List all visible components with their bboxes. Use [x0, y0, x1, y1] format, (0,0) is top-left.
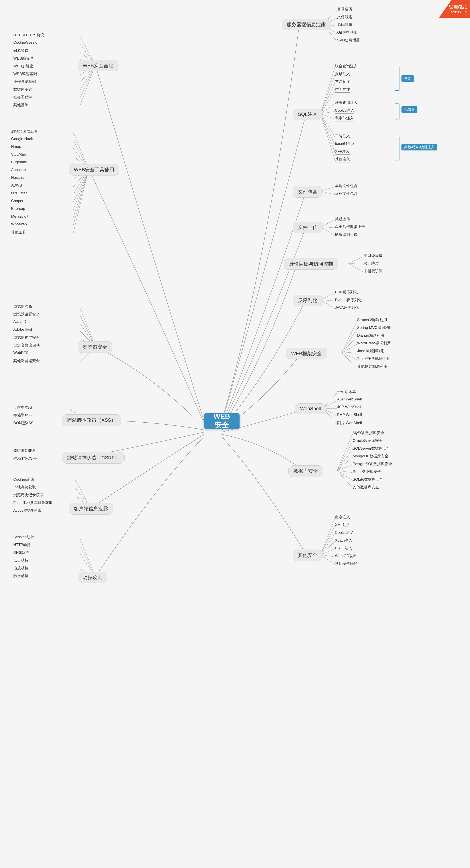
- badge-basic: 基础: [402, 75, 414, 82]
- leaf-upload-parse: 解析漏洞上传: [335, 232, 357, 237]
- leaf-basics-db: 数据库基础: [13, 87, 32, 92]
- leaf-sql-time: 时间盲注: [335, 87, 350, 93]
- svg-line-42: [337, 457, 353, 470]
- svg-line-9: [321, 104, 335, 114]
- svg-line-28: [342, 329, 357, 353]
- center-node: WEB安全: [204, 413, 239, 429]
- leaf-xss-store: 存储型XSS: [13, 413, 32, 418]
- leaf-browser-other: 其他浏览器安全: [13, 358, 40, 364]
- leaf-db-sqlite: SQLite数据库安全: [353, 477, 383, 482]
- leaf-db-redis: Redis数据库安全: [353, 469, 381, 474]
- svg-line-52: [321, 555, 335, 557]
- leaf-auth-bypass: 验证绕过: [364, 261, 379, 266]
- svg-line-15: [321, 114, 335, 160]
- branch-browser-security-label: 浏览器安全: [83, 344, 107, 350]
- leaf-db-oracle: Oracle数据库安全: [353, 438, 383, 443]
- leaf-server-git: Git信息泄露: [337, 30, 357, 35]
- branch-deserialize: 反序列化: [293, 295, 323, 306]
- branch-auth: 身份认证与访问控制: [284, 258, 338, 270]
- leaf-hijack-click: 点击劫持: [13, 558, 28, 563]
- svg-line-75: [73, 169, 89, 218]
- leaf-other-xml: XML注入: [335, 522, 350, 527]
- leaf-sql-cookie: Cookie注入: [335, 108, 354, 114]
- leaf-upload-double: 双重后缀欺骗上传: [335, 224, 365, 229]
- svg-line-31: [342, 352, 357, 353]
- branch-webshell: WebShell: [295, 403, 326, 414]
- leaf-server-source: 源码泄露: [337, 22, 352, 27]
- svg-line-33: [342, 353, 357, 367]
- svg-line-30: [342, 344, 357, 353]
- leaf-sql-second: 二阶注入: [335, 133, 350, 139]
- branch-db-security-label: 数据库安全: [293, 468, 318, 474]
- leaf-ws-jsp: JSP WebShell: [337, 405, 361, 409]
- branch-web-tools: WEB安全工具使用: [69, 164, 119, 176]
- leaf-hijack-drag: 拖放劫持: [13, 565, 28, 570]
- leaf-fw-structs: Structs 2漏洞利用: [357, 317, 387, 322]
- branch-csrf: 跨站请求伪造（CSRF）: [62, 452, 125, 464]
- svg-line-40: [337, 442, 353, 470]
- svg-line-12: [321, 114, 335, 137]
- center-label: WEB安全: [213, 412, 231, 430]
- branch-xss: 跨站脚本攻击（XSS）: [62, 414, 121, 426]
- leaf-sql-error: 报错注入: [335, 71, 350, 77]
- trial-text: 试用模式: [449, 4, 467, 10]
- svg-line-53: [321, 555, 335, 565]
- leaf-server-file: 文件泄露: [337, 14, 352, 20]
- svg-line-27: [342, 321, 357, 353]
- leaf-browser-sandbox: 浏览器沙箱: [13, 304, 32, 309]
- svg-line-24: [321, 293, 335, 300]
- leaf-other-xpath: Xpath注入: [335, 538, 352, 543]
- leaf-client-history: 浏览历史记录获取: [13, 492, 43, 497]
- leaf-basics-other: 其他基础: [13, 102, 28, 107]
- branch-file-include: 文件包含: [293, 186, 323, 198]
- leaf-file-remote: 远程文件包含: [335, 191, 357, 196]
- branch-file-upload-label: 文件上传: [298, 224, 317, 231]
- leaf-tools-awvs: AWVS: [11, 183, 22, 188]
- leaf-file-local: 本地文件包含: [335, 183, 357, 188]
- svg-line-64: [73, 132, 89, 169]
- branch-web-basics-label: WEB安全基础: [83, 62, 113, 69]
- branch-other-security-label: 其他安全: [298, 552, 317, 559]
- leaf-fw-thinkphp: ThinkPHP漏洞利用: [357, 356, 389, 361]
- branch-sql: SQL注入: [293, 108, 323, 120]
- leaf-fw-spring: Spring MVC漏洞利用: [357, 325, 392, 330]
- branch-web-basics: WEB安全基础: [78, 60, 118, 71]
- leaf-ws-img: 图片 WebShell: [337, 421, 362, 426]
- branch-web-framework-label: WEB框架安全: [291, 350, 322, 357]
- branch-hijack: 劫持攻击: [78, 572, 107, 583]
- leaf-sql-xff: XFF注入: [335, 149, 350, 155]
- branch-hijack-label: 劫持攻击: [83, 574, 102, 581]
- leaf-tools-burpsuite: Burpsuite: [11, 160, 27, 164]
- leaf-fw-joomla: Joomla漏洞利用: [357, 348, 384, 353]
- leaf-client-cookies: Cookies泄露: [13, 477, 34, 482]
- branch-client-leak: 客户端信息泄露: [69, 503, 113, 515]
- svg-line-43: [337, 465, 353, 470]
- leaf-auth-weak: 弱口令爆破: [364, 253, 383, 258]
- leaf-db-postgres: PostgreSQL数据库安全: [353, 461, 392, 466]
- branch-csrf-label: 跨站请求伪造（CSRF）: [67, 455, 120, 461]
- svg-line-32: [342, 353, 357, 360]
- svg-line-7: [321, 83, 335, 114]
- leaf-server-mulu: 目录遍历: [337, 7, 352, 12]
- leaf-server-svn: SVN信息泄露: [337, 38, 360, 43]
- trial-badge: 试用模式 XMindAZEN: [439, 0, 470, 18]
- svg-line-48: [321, 526, 335, 555]
- leaf-auth-unauth: 未授权访问: [364, 269, 383, 274]
- leaf-ws-php: PHP WebShell: [337, 413, 362, 417]
- branch-client-leak-label: 客户端信息泄露: [74, 505, 108, 512]
- leaf-sql-stack: 堆叠查询注入: [335, 100, 357, 106]
- svg-line-39: [337, 434, 353, 470]
- brand-text: XMindAZEN: [451, 10, 467, 13]
- svg-line-6: [321, 75, 335, 114]
- leaf-db-mongo: MongoDB数据库安全: [353, 454, 388, 459]
- svg-line-18: [321, 220, 335, 227]
- leaf-hijack-http: HTTP劫持: [13, 542, 31, 547]
- leaf-tools-google: Google Hack: [11, 137, 33, 141]
- leaf-tools-other: 其他工具: [11, 230, 26, 235]
- leaf-csrf-post: POST型CSRF: [13, 456, 38, 461]
- leaf-client-localstorage: 本地存储获取: [13, 485, 36, 490]
- branch-webshell-label: WebShell: [300, 406, 321, 411]
- leaf-upload-truncate: 截断上传: [335, 217, 350, 222]
- leaf-xss-dom: DOM型XSS: [13, 421, 33, 426]
- branch-sql-label: SQL注入: [298, 111, 317, 118]
